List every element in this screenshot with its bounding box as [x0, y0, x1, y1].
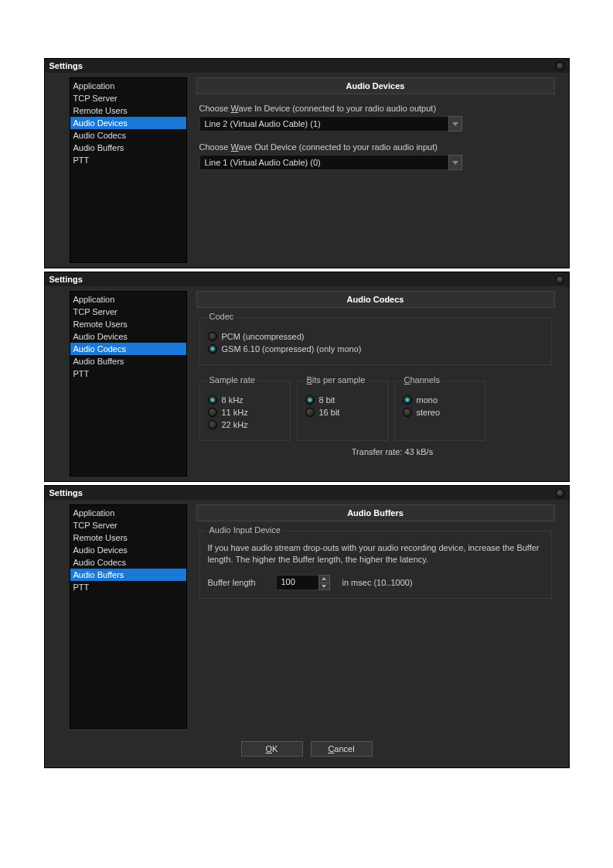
radio-pcm[interactable]: PCM (uncompressed) [208, 332, 543, 341]
settings-nav-list: Application TCP Server Remote Users Audi… [70, 291, 187, 477]
radio-icon [403, 408, 412, 417]
sidebar-item-audio-buffers[interactable]: Audio Buffers [70, 569, 186, 581]
panel-title: Settings [49, 275, 83, 284]
radio-label: mono [417, 395, 438, 405]
group-label: Audio Input Device [206, 525, 284, 535]
chevron-down-icon [322, 585, 326, 588]
section-title: Audio Buffers [196, 504, 555, 521]
sidebar-item-ptt[interactable]: PTT [70, 154, 186, 166]
bits-per-sample-group: Bits per sample 8 bit 16 bit [297, 381, 388, 441]
sidebar-item-audio-buffers[interactable]: Audio Buffers [70, 355, 186, 367]
panel-title: Settings [49, 61, 83, 70]
wave-out-dropdown-button[interactable] [448, 155, 462, 170]
radio-mono[interactable]: mono [403, 395, 477, 405]
chevron-down-icon [452, 122, 458, 126]
buffer-length-value[interactable]: 100 [276, 575, 318, 590]
radio-icon [208, 408, 217, 417]
sidebar-item-audio-codecs[interactable]: Audio Codecs [70, 343, 186, 355]
radio-label: 8 bit [319, 395, 335, 405]
settings-panel-audio-codecs: Settings Application TCP Server Remote U… [44, 272, 570, 482]
radio-label: PCM (uncompressed) [222, 332, 305, 341]
sample-rate-group: Sample rate 8 kHz 11 kHz 2 [199, 381, 291, 441]
sidebar-item-remote-users[interactable]: Remote Users [70, 318, 186, 330]
sidebar-item-audio-devices[interactable]: Audio Devices [70, 117, 186, 129]
radio-label: 16 bit [319, 408, 340, 417]
sidebar-item-application[interactable]: Application [70, 80, 186, 92]
radio-icon [305, 408, 315, 417]
panel-title: Settings [49, 488, 83, 497]
panel-header: Settings [45, 59, 569, 73]
wave-in-select-value: Line 2 (Virtual Audio Cable) (1) [199, 116, 448, 132]
sidebar-item-audio-devices[interactable]: Audio Devices [70, 330, 186, 343]
radio-stereo[interactable]: stereo [403, 408, 477, 417]
sidebar-item-ptt[interactable]: PTT [70, 581, 186, 593]
wave-out-label: Choose Wave Out Device (connected to you… [199, 142, 552, 152]
buffer-length-spinner[interactable]: 100 [276, 575, 330, 590]
bits-label: Bits per sample [304, 375, 369, 384]
wave-in-label: Choose Wave In Device (connected to your… [199, 104, 552, 113]
radio-label: 8 kHz [222, 395, 243, 405]
wave-in-select[interactable]: Line 2 (Virtual Audio Cable) (1) [199, 116, 462, 132]
sidebar-item-audio-buffers[interactable]: Audio Buffers [70, 142, 186, 154]
buffer-length-label: Buffer length [208, 578, 270, 587]
sidebar-item-audio-devices[interactable]: Audio Devices [70, 544, 186, 556]
sidebar-item-remote-users[interactable]: Remote Users [70, 531, 186, 544]
sidebar-item-audio-codecs[interactable]: Audio Codecs [70, 129, 186, 142]
sidebar-item-tcp-server[interactable]: TCP Server [70, 519, 186, 531]
sidebar-item-application[interactable]: Application [70, 507, 186, 519]
sidebar-item-remote-users[interactable]: Remote Users [70, 104, 186, 117]
chevron-down-icon [452, 161, 458, 165]
settings-nav-list: Application TCP Server Remote Users Audi… [70, 77, 187, 263]
wave-out-select[interactable]: Line 1 (Virtual Audio Cable) (0) [199, 155, 462, 170]
transfer-rate-label: Transfer rate: 43 kB/s [292, 447, 493, 456]
codec-group: Codec PCM (uncompressed) GSM 6.10 (compr… [199, 317, 552, 365]
spinner-up-button[interactable] [318, 575, 330, 583]
spinner-down-button[interactable] [318, 583, 330, 591]
channels-label: Channels [401, 375, 444, 384]
cancel-button[interactable]: Cancel [311, 741, 373, 757]
settings-panel-audio-buffers: Settings Application TCP Server Remote U… [44, 485, 570, 768]
dialog-button-row: OK Cancel [45, 733, 569, 767]
panel-header: Settings [45, 272, 569, 286]
sidebar-item-application[interactable]: Application [70, 293, 186, 306]
radio-label: 11 kHz [222, 408, 248, 417]
radio-icon [305, 395, 315, 405]
channels-group: Channels mono stereo [394, 381, 485, 441]
radio-22khz[interactable]: 22 kHz [208, 420, 282, 429]
chevron-up-icon [322, 577, 326, 580]
ok-button[interactable]: OK [241, 741, 303, 757]
radio-label: stereo [417, 408, 441, 417]
section-title: Audio Devices [196, 77, 555, 94]
section-title: Audio Codecs [196, 291, 555, 308]
radio-icon [208, 395, 217, 405]
settings-nav-list: Application TCP Server Remote Users Audi… [70, 504, 187, 729]
radio-icon [208, 332, 217, 341]
radio-16bit[interactable]: 16 bit [305, 408, 380, 417]
radio-label: 22 kHz [222, 420, 248, 429]
sidebar-item-audio-codecs[interactable]: Audio Codecs [70, 556, 186, 569]
header-indicator-icon [556, 62, 564, 70]
sidebar-item-tcp-server[interactable]: TCP Server [70, 306, 186, 318]
header-indicator-icon [556, 275, 564, 284]
radio-icon [208, 420, 217, 429]
wave-out-select-value: Line 1 (Virtual Audio Cable) (0) [199, 155, 448, 170]
radio-label: GSM 6.10 (compressed) (only mono) [222, 344, 362, 354]
radio-gsm[interactable]: GSM 6.10 (compressed) (only mono) [208, 344, 543, 354]
sidebar-item-tcp-server[interactable]: TCP Server [70, 92, 186, 104]
radio-8bit[interactable]: 8 bit [305, 395, 380, 405]
buffer-length-unit: in msec (10..1000) [342, 578, 413, 587]
sample-rate-label: Sample rate [206, 375, 258, 384]
panel-header: Settings [45, 486, 569, 500]
header-indicator-icon [556, 489, 564, 497]
codec-group-label: Codec [206, 312, 237, 321]
radio-icon [403, 395, 412, 405]
settings-panel-audio-devices: Settings Application TCP Server Remote U… [44, 58, 570, 268]
sidebar-item-ptt[interactable]: PTT [70, 367, 186, 380]
radio-icon [208, 344, 217, 354]
audio-input-device-group: Audio Input Device If you have audio str… [199, 531, 552, 599]
radio-8khz[interactable]: 8 kHz [208, 395, 282, 405]
help-text: If you have audio stream drop-outs with … [208, 542, 543, 566]
wave-in-dropdown-button[interactable] [448, 116, 462, 132]
radio-11khz[interactable]: 11 kHz [208, 408, 282, 417]
